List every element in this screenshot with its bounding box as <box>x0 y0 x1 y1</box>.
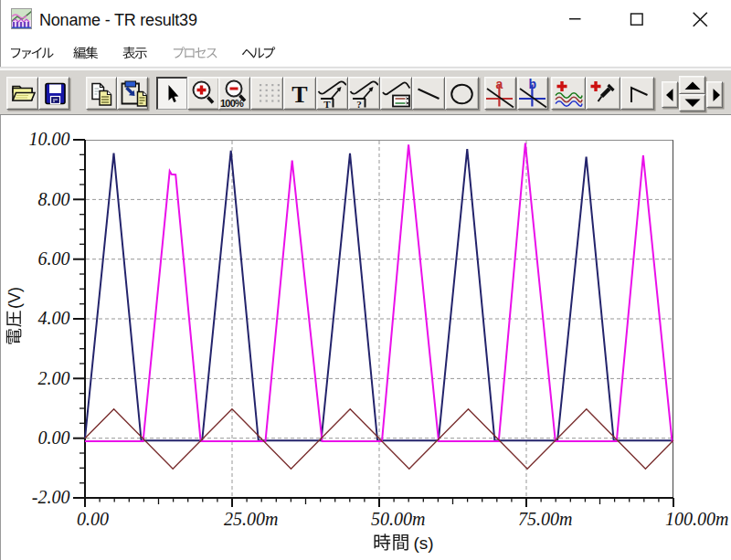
svg-text:75.00m: 75.00m <box>518 509 572 529</box>
svg-text:2.00: 2.00 <box>38 368 70 388</box>
svg-text:(V): (V) <box>5 287 24 309</box>
svg-text:100%: 100% <box>220 97 244 108</box>
svg-text:T: T <box>291 81 307 108</box>
svg-text:50.00m: 50.00m <box>371 509 425 529</box>
svg-text:T: T <box>323 98 331 108</box>
svg-text:0.00: 0.00 <box>77 509 109 529</box>
svg-text:-2.00: -2.00 <box>32 487 70 507</box>
svg-text:a: a <box>496 78 503 91</box>
svg-text:4.00: 4.00 <box>38 308 70 328</box>
svg-text:0.00: 0.00 <box>38 428 70 448</box>
svg-text:6.00: 6.00 <box>38 248 70 269</box>
svg-text:10.00: 10.00 <box>29 129 70 149</box>
svg-text:8.00: 8.00 <box>38 189 70 209</box>
svg-text:b: b <box>528 78 536 91</box>
svg-text:(s): (s) <box>414 534 434 553</box>
svg-text:25.00m: 25.00m <box>224 509 278 529</box>
svg-text:?: ? <box>356 98 362 108</box>
svg-text:100.00m: 100.00m <box>665 509 728 529</box>
